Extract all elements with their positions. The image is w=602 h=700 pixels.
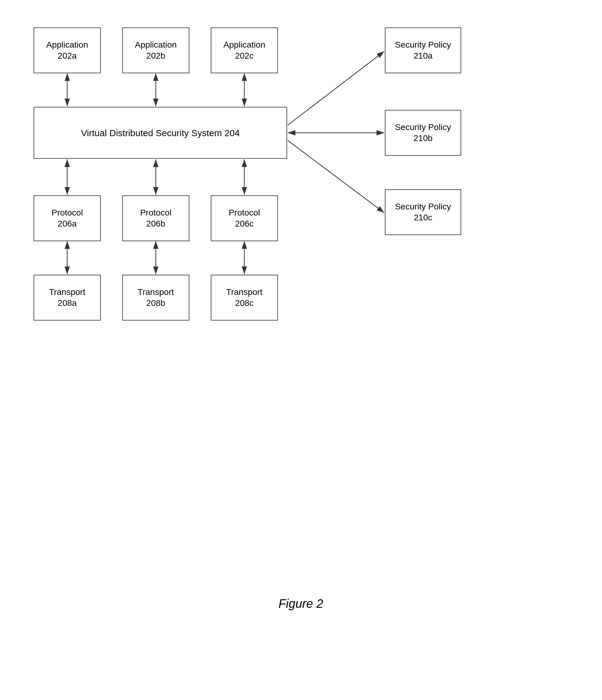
app-b-box: Application202b: [122, 27, 189, 73]
proto-a-label: Protocol206a: [52, 207, 83, 230]
proto-c-label: Protocol206c: [229, 207, 260, 230]
vdss-label: Virtual Distributed Security System 204: [81, 127, 240, 139]
sec-c-box: Security Policy210c: [385, 189, 461, 235]
svg-line-11: [288, 51, 384, 125]
vdss-box: Virtual Distributed Security System 204: [33, 107, 287, 159]
trans-a-label: Transport208a: [49, 286, 86, 309]
sec-b-box: Security Policy210b: [385, 110, 461, 156]
proto-b-label: Protocol206b: [140, 207, 172, 230]
app-a-box: Application202a: [33, 27, 101, 73]
diagram-container: Application202a Application202b Applicat…: [18, 18, 583, 659]
sec-a-label: Security Policy210a: [395, 40, 451, 62]
proto-a-box: Protocol206a: [33, 195, 101, 241]
trans-b-label: Transport208b: [138, 286, 174, 309]
svg-line-13: [288, 141, 384, 213]
proto-c-box: Protocol206c: [211, 195, 278, 241]
app-c-box: Application202c: [211, 27, 278, 73]
trans-b-box: Transport208b: [122, 275, 189, 321]
sec-b-label: Security Policy210b: [395, 122, 451, 144]
sec-a-box: Security Policy210a: [385, 27, 461, 73]
trans-a-box: Transport208a: [33, 275, 101, 321]
app-a-label: Application202a: [46, 40, 88, 62]
trans-c-box: Transport208c: [211, 275, 278, 321]
app-c-label: Application202c: [223, 40, 265, 62]
trans-c-label: Transport208c: [226, 286, 263, 309]
proto-b-box: Protocol206b: [122, 195, 189, 241]
sec-c-label: Security Policy210c: [395, 201, 451, 223]
figure-label: Figure 2: [279, 597, 323, 610]
app-b-label: Application202b: [135, 40, 177, 62]
